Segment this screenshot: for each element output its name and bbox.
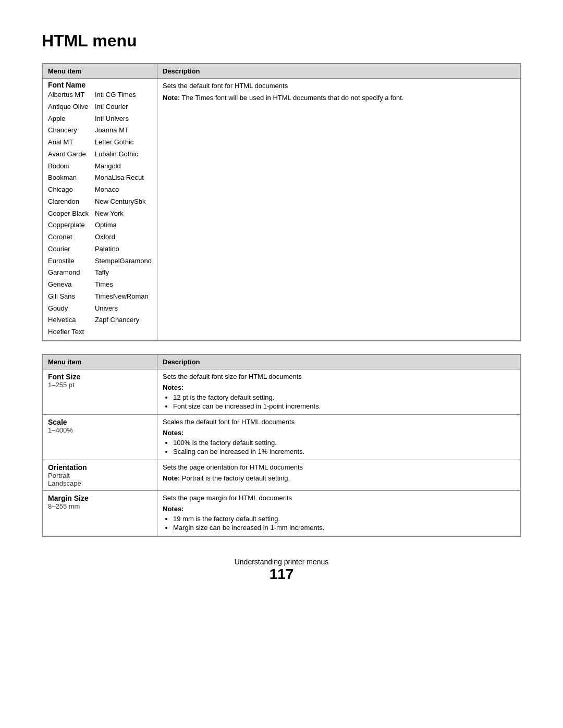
notes-list: 12 pt is the factory default setting.Fon… — [163, 393, 515, 410]
notes-list: 100% is the factory default setting.Scal… — [163, 439, 515, 455]
menu-item-cell: Margin Size8–255 mm — [43, 490, 157, 536]
font-list-item: TimesNewRoman — [95, 291, 152, 303]
section-label: Font Size — [48, 373, 152, 381]
font-list-item: Times — [95, 279, 152, 291]
desc-text: Sets the page orientation for HTML docum… — [163, 463, 515, 471]
font-name-label: Font Name — [48, 81, 152, 89]
inline-note: Note: Portrait is the factory default se… — [163, 474, 515, 482]
font-list-item: Taffy — [95, 267, 152, 279]
notes-label: Notes: — [163, 429, 515, 437]
notes-label: Notes: — [163, 384, 515, 391]
font-list-item: Cooper Black — [48, 208, 95, 220]
table-row: Font Name Albertus MTAntique OliveApple … — [43, 79, 521, 341]
font-name-desc: Sets the default font for HTML documents… — [157, 79, 521, 341]
font-right-col: Intl CG TimesIntl CourierIntl UniversJoa… — [95, 89, 152, 338]
font-list-item: Arial MT — [48, 137, 95, 149]
font-list-item: Lubalin Gothic — [95, 149, 152, 161]
font-list-item: Optima — [95, 219, 152, 231]
font-list-item: Antique Olive — [48, 101, 95, 113]
table1-col2-header: Description — [157, 64, 521, 79]
font-list-item: Bodoni — [48, 161, 95, 172]
font-list-item: Marigold — [95, 161, 152, 172]
font-list-item: Helvetica — [48, 314, 95, 326]
desc-cell: Sets the default font size for HTML docu… — [157, 369, 521, 414]
section-label: Orientation — [48, 463, 152, 472]
desc-cell: Scales the default font for HTML documen… — [157, 414, 521, 460]
table-row: Margin Size8–255 mmSets the page margin … — [43, 490, 521, 536]
font-list-item: Chicago — [48, 184, 95, 196]
font-list-item: StempelGaramond — [95, 255, 152, 267]
subitem-label: 1–255 pt — [48, 381, 152, 389]
font-list-item: Garamond — [48, 267, 95, 279]
notes-list: 19 mm is the factory default setting.Mar… — [163, 515, 515, 532]
desc-text: Sets the page margin for HTML documents — [163, 494, 515, 502]
font-list-item: Copperplate — [48, 219, 95, 231]
note-text: The Times font will be used in HTML docu… — [180, 94, 403, 102]
font-list-item: Apple Chancery — [48, 113, 95, 137]
font-desc-note: Note: The Times font will be used in HTM… — [163, 94, 515, 102]
desc-text: Scales the default font for HTML documen… — [163, 418, 515, 426]
page-footer: Understanding printer menus 117 — [42, 558, 521, 583]
font-list-item: Zapf Chancery — [95, 314, 152, 326]
font-columns: Albertus MTAntique OliveApple ChanceryAr… — [48, 89, 152, 338]
desc-cell: Sets the page orientation for HTML docum… — [157, 460, 521, 490]
font-list-item: Albertus MT — [48, 89, 95, 101]
note-prefix: Note: — [163, 474, 180, 482]
font-left-col: Albertus MTAntique OliveApple ChanceryAr… — [48, 89, 95, 338]
font-list-item: Hoefler Text — [48, 326, 95, 338]
desc-text: Sets the default font size for HTML docu… — [163, 373, 515, 380]
font-list-item: Intl Univers — [95, 113, 152, 125]
menu-item-cell: OrientationPortraitLandscape — [43, 460, 157, 490]
page-title: HTML menu — [42, 31, 521, 51]
notes-list-item: 100% is the factory default setting. — [173, 439, 515, 447]
font-list-item: New CenturySbk — [95, 196, 152, 208]
font-list-item: Clarendon — [48, 196, 95, 208]
subitem-label: 8–255 mm — [48, 502, 152, 510]
notes-list-item: Font size can be increased in 1-point in… — [173, 402, 515, 410]
notes-list-item: 12 pt is the factory default setting. — [173, 393, 515, 401]
footer-subtitle: Understanding printer menus — [42, 558, 521, 566]
subitem-label: Portrait — [48, 472, 152, 479]
font-list-item: Joanna MT — [95, 125, 152, 137]
font-list-item: Avant Garde — [48, 149, 95, 161]
menu-item-cell: Scale1–400% — [43, 414, 157, 460]
font-list-item: Intl CG Times — [95, 89, 152, 101]
font-list-item: Intl Courier — [95, 101, 152, 113]
menu-item-cell: Font Size1–255 pt — [43, 369, 157, 414]
settings-table: Menu item Description Font Size1–255 ptS… — [42, 354, 521, 537]
font-list-item: Monaco — [95, 184, 152, 196]
footer-page-number: 117 — [42, 566, 521, 583]
font-list-item: Gill Sans — [48, 291, 95, 303]
font-list-item: Oxford — [95, 231, 152, 243]
desc-cell: Sets the page margin for HTML documentsN… — [157, 490, 521, 536]
font-list-item: Palatino — [95, 243, 152, 255]
font-list-item: Coronet — [48, 231, 95, 243]
notes-list-item: 19 mm is the factory default setting. — [173, 515, 515, 523]
font-list-item: Letter Gothic — [95, 137, 152, 149]
notes-list-item: Margin size can be increased in 1-mm inc… — [173, 524, 515, 532]
notes-label: Notes: — [163, 505, 515, 513]
font-name-table: Menu item Description Font Name Albertus… — [42, 63, 521, 341]
subitem-label: Landscape — [48, 479, 152, 487]
font-list-item: Univers — [95, 303, 152, 315]
table-row: Font Size1–255 ptSets the default font s… — [43, 369, 521, 414]
table2-col2-header: Description — [157, 354, 521, 369]
font-list-item: Bookman — [48, 172, 95, 184]
note-bold-prefix: Note: — [163, 94, 180, 102]
font-desc-line1: Sets the default font for HTML documents — [163, 82, 515, 90]
font-name-cell: Font Name Albertus MTAntique OliveApple … — [43, 79, 157, 341]
font-list-item: Goudy — [48, 303, 95, 315]
table-row: OrientationPortraitLandscapeSets the pag… — [43, 460, 521, 490]
section-label: Margin Size — [48, 494, 152, 502]
font-list-item: Eurostile — [48, 255, 95, 267]
table2-col1-header: Menu item — [43, 354, 157, 369]
table1-col1-header: Menu item — [43, 64, 157, 79]
font-list-item: MonaLisa Recut — [95, 172, 152, 184]
font-list-item: Geneva — [48, 279, 95, 291]
font-list-item: New York — [95, 208, 152, 220]
subitem-label: 1–400% — [48, 426, 152, 434]
table-row: Scale1–400%Scales the default font for H… — [43, 414, 521, 460]
section-label: Scale — [48, 418, 152, 426]
notes-list-item: Scaling can be increased in 1% increment… — [173, 448, 515, 455]
font-list-item: Courier — [48, 243, 95, 255]
